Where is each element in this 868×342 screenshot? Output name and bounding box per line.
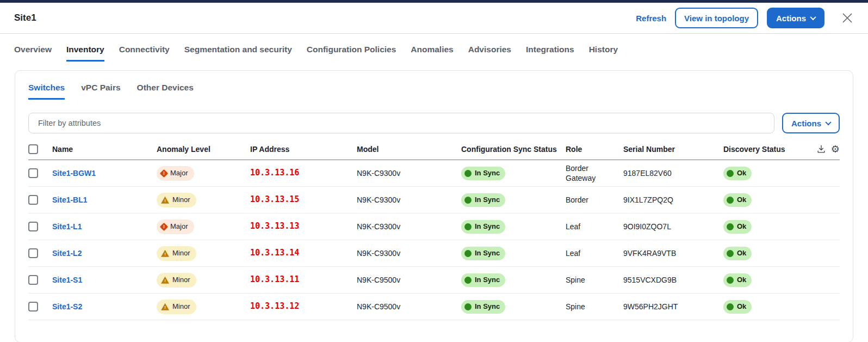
discovery-status-badge: Ok: [723, 193, 752, 207]
filter-input[interactable]: [28, 113, 774, 133]
table-row: Site1-BL1 ! Minor 10.3.13.15 N9K-C9300v …: [28, 187, 840, 213]
col-ip-address[interactable]: IP Address: [250, 144, 357, 154]
anomaly-badge: ! Minor: [157, 273, 196, 288]
switch-name-link[interactable]: Site1-L1: [52, 222, 82, 231]
table-header-row: Name Anomaly Level IP Address Model Conf…: [28, 144, 840, 160]
anomaly-badge: ! Major: [157, 166, 194, 181]
minor-warning-triangle-icon: !: [161, 303, 169, 310]
ip-address: 10.3.13.13: [250, 221, 357, 232]
sync-status-badge: In Sync: [461, 247, 505, 260]
header-actions: Refresh View in topology Actions: [636, 8, 854, 28]
green-dot-icon: [464, 277, 472, 284]
tab-overview[interactable]: Overview: [14, 45, 52, 62]
ip-address: 10.3.13.12: [250, 301, 357, 312]
minor-warning-triangle-icon: !: [161, 277, 169, 284]
close-icon: [841, 11, 854, 25]
table-row: Site1-L2 ! Minor 10.3.13.14 N9K-C9300v I…: [28, 240, 840, 267]
download-button[interactable]: [816, 144, 826, 154]
header-actions-button[interactable]: Actions: [767, 8, 824, 28]
tab-integrations[interactable]: Integrations: [526, 45, 574, 62]
sync-status-badge: In Sync: [461, 167, 505, 180]
refresh-button[interactable]: Refresh: [636, 14, 666, 23]
sync-status-label: In Sync: [475, 196, 500, 205]
sync-status-badge: In Sync: [461, 273, 505, 287]
ip-address: 10.3.13.11: [250, 274, 357, 285]
tab-configuration-policies[interactable]: Configuration Policies: [307, 45, 396, 62]
col-model[interactable]: Model: [357, 144, 461, 154]
anomaly-badge: ! Minor: [157, 300, 196, 314]
switch-name-link[interactable]: Site1-BL1: [52, 196, 88, 204]
subtab-vpc-pairs[interactable]: vPC Pairs: [81, 83, 120, 100]
tab-history[interactable]: History: [589, 45, 618, 62]
row-checkbox[interactable]: [28, 302, 38, 312]
tab-connectivity[interactable]: Connectivity: [119, 45, 170, 62]
sync-status-label: In Sync: [475, 222, 500, 231]
tab-inventory[interactable]: Inventory: [66, 45, 104, 62]
col-serial-number[interactable]: Serial Number: [623, 144, 723, 154]
row-checkbox[interactable]: [28, 222, 38, 231]
anomaly-badge: ! Major: [157, 219, 194, 234]
discovery-status-badge: Ok: [723, 247, 752, 260]
minor-warning-triangle-icon: !: [161, 197, 169, 204]
close-button[interactable]: [841, 11, 854, 25]
table-row: Site1-S1 ! Minor 10.3.13.11 N9K-C9500v I…: [28, 267, 840, 294]
tab-segmentation-and-security[interactable]: Segmentation and security: [184, 45, 292, 62]
table-actions-label: Actions: [791, 119, 821, 128]
switch-name-link[interactable]: Site1-L2: [52, 249, 82, 258]
green-dot-icon: [464, 197, 472, 204]
major-diamond-icon: !: [160, 169, 169, 178]
role: Border Gateway: [566, 163, 623, 183]
discovery-status-label: Ok: [737, 276, 746, 285]
role: Spine: [566, 302, 623, 312]
col-anomaly-level[interactable]: Anomaly Level: [157, 144, 250, 154]
chevron-down-icon: [825, 119, 831, 125]
subtab-switches[interactable]: Switches: [28, 83, 65, 100]
subtab-other-devices[interactable]: Other Devices: [137, 83, 194, 100]
green-dot-icon: [727, 223, 734, 230]
model: N9K-C9300v: [357, 195, 461, 205]
serial-number: 9W56PH2JGHT: [623, 302, 723, 312]
model: N9K-C9300v: [357, 168, 461, 178]
green-dot-icon: [727, 277, 734, 284]
switch-name-link[interactable]: Site1-S1: [52, 276, 82, 284]
anomaly-label: Minor: [172, 276, 190, 285]
discovery-status-label: Ok: [737, 169, 746, 178]
role: Border: [566, 195, 623, 205]
green-dot-icon: [464, 250, 472, 257]
row-checkbox[interactable]: [28, 275, 38, 285]
view-in-topology-button[interactable]: View in topology: [675, 8, 758, 28]
switch-name-link[interactable]: Site1-BGW1: [52, 169, 96, 178]
col-discovery-status[interactable]: Discovery Status: [723, 144, 805, 154]
anomaly-badge: ! Minor: [157, 193, 196, 207]
green-dot-icon: [727, 250, 734, 257]
col-name[interactable]: Name: [52, 144, 157, 154]
anomaly-label: Major: [170, 222, 188, 231]
sync-status-label: In Sync: [475, 169, 500, 178]
green-dot-icon: [464, 170, 472, 177]
row-checkbox[interactable]: [28, 168, 38, 178]
sync-status-label: In Sync: [475, 302, 500, 312]
sync-status-label: In Sync: [475, 276, 500, 285]
col-role[interactable]: Role: [566, 144, 623, 154]
filter-row: Actions: [28, 113, 840, 133]
discovery-status-label: Ok: [737, 249, 746, 258]
main-tab-bar: Overview Inventory Connectivity Segmenta…: [0, 45, 868, 62]
ip-address: 10.3.13.15: [250, 194, 357, 205]
settings-button[interactable]: ⚙: [831, 144, 840, 154]
model: N9K-C9300v: [357, 248, 461, 258]
green-dot-icon: [464, 223, 472, 230]
role: Spine: [566, 275, 623, 285]
table-actions-button[interactable]: Actions: [782, 113, 840, 133]
row-checkbox[interactable]: [28, 195, 38, 205]
col-configuration-sync-status[interactable]: Configuration Sync Status: [461, 144, 566, 154]
select-all-checkbox[interactable]: [28, 144, 38, 154]
tab-anomalies[interactable]: Anomalies: [411, 45, 453, 62]
view-in-topology-label: View in topology: [684, 14, 749, 23]
anomaly-label: Minor: [172, 249, 190, 258]
green-dot-icon: [464, 303, 472, 310]
row-checkbox[interactable]: [28, 248, 38, 258]
role: Leaf: [566, 222, 623, 231]
switch-name-link[interactable]: Site1-S2: [52, 302, 82, 311]
serial-number: 9OI9I0ZQO7L: [623, 222, 723, 231]
tab-advisories[interactable]: Advisories: [468, 45, 511, 62]
